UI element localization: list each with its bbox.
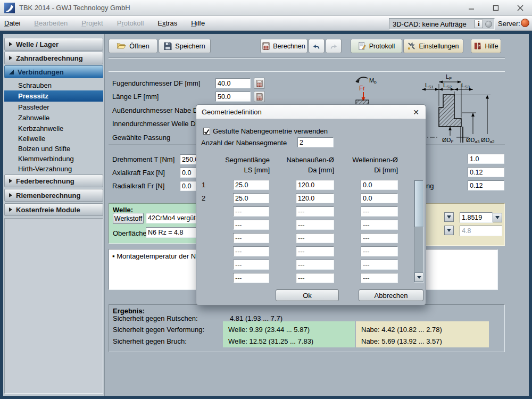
redo-button[interactable] — [326, 39, 342, 53]
menu-datei[interactable]: Datei — [4, 19, 20, 27]
sidebar-header-zahnradberechnung[interactable]: Zahnradberechnung — [4, 52, 103, 64]
segment-da-input[interactable] — [296, 180, 334, 190]
svg-text:?: ? — [478, 44, 481, 48]
segment-ls-input — [233, 273, 269, 283]
sidebar-item-klemmverbindung[interactable]: Klemmverbindung — [4, 153, 103, 164]
da2-label: ØDa2 — [481, 137, 495, 144]
ok-button[interactable]: Ok — [276, 289, 339, 301]
sidebar-header-welle-lager[interactable]: Welle / Lager — [4, 38, 103, 51]
segment-ls-input[interactable] — [233, 193, 269, 203]
undo-button[interactable] — [309, 39, 325, 53]
segment-da-input — [296, 206, 334, 217]
menu-extras[interactable]: Extras — [157, 19, 177, 27]
da3-label: ØDa3 — [466, 137, 480, 144]
nabe-tolerance-combo-arrow[interactable] — [493, 213, 502, 222]
df-label: ØDF — [442, 137, 454, 144]
scrollbar-down-button[interactable] — [414, 272, 423, 282]
sidebar-item-zahnwelle[interactable]: Zahnwelle — [4, 112, 103, 123]
segment-da-input — [296, 246, 334, 256]
sidebar-item-bolzen-stifte[interactable]: Bolzen und Stifte — [4, 143, 103, 154]
sidebar-item-schrauben[interactable]: Schrauben — [4, 80, 103, 91]
sidebar-item-passfeder[interactable]: Passfeder — [4, 102, 103, 113]
nabe-surface-input[interactable] — [460, 226, 502, 236]
sidebar-header-federberechnung[interactable]: Federberechnung — [4, 174, 103, 187]
field-label-fugendurchmesser: Fugendurchmesser DF [mm] — [112, 79, 200, 87]
help-button[interactable]: ? Hilfe — [471, 39, 501, 53]
result-value-bruch-nabe: Nabe: 5.69 (13.92 ... 3.57) — [361, 337, 442, 345]
sidebar-header-kostenfreie-module[interactable]: Kostenfreie Module — [4, 203, 103, 216]
segment-di-input[interactable] — [361, 193, 398, 203]
result-label-rutschen: Sicherheit gegen Rutschen: — [113, 314, 198, 322]
dialog-close-icon[interactable]: ✕ — [411, 107, 421, 117]
fr-label: Fr — [359, 85, 365, 92]
server-label: Server: — [498, 20, 520, 28]
field-label-drehmoment: Drehmoment T [Nm] — [112, 155, 174, 163]
segment-di-input[interactable] — [361, 180, 398, 190]
calculator-icon — [262, 42, 270, 50]
check-icon — [204, 129, 210, 135]
result-value-rutschen: 4.81 (1.93 ... 7.7) — [230, 314, 282, 322]
protocol-button[interactable]: Protokoll — [351, 39, 402, 53]
menu-hilfe[interactable]: Hilfe — [191, 19, 205, 27]
nabe-combo-arrow-button[interactable] — [444, 212, 454, 222]
factor-input-3[interactable] — [468, 180, 504, 190]
sidebar-item-presssitz[interactable]: Presssitz — [4, 90, 103, 102]
open-button[interactable]: Öffnen — [109, 39, 157, 53]
minimize-button[interactable] — [464, 2, 479, 14]
scrollbar-thumb[interactable] — [414, 180, 423, 227]
result-label-bruch: Sicherheit gegen Bruch: — [113, 337, 187, 345]
segment-ls-input — [233, 220, 269, 230]
app-logo-icon — [4, 3, 15, 13]
maximize-button[interactable] — [488, 2, 503, 14]
menu-projekt: Projekt — [81, 19, 103, 27]
nabe-combo-arrow-button[interactable] — [444, 226, 454, 235]
segment-ls-input[interactable] — [233, 180, 269, 190]
segment-da-input — [296, 233, 334, 243]
document-icon — [358, 42, 366, 50]
segment-di-input — [361, 246, 398, 256]
chevron-right-icon — [9, 179, 12, 183]
nabe-tolerance-combo[interactable] — [460, 212, 493, 223]
sidebar-item-keilwelle[interactable]: Keilwelle — [4, 133, 103, 144]
sidebar-item-hirth-verzahnung[interactable]: Hirth-Verzahnung — [4, 163, 103, 174]
segment-ls-input — [233, 233, 269, 243]
close-button[interactable] — [513, 2, 528, 14]
floppy-disk-icon — [164, 42, 172, 50]
ls1-label: LS1 — [425, 82, 434, 89]
sidebar-item-kerbzahnwelle[interactable]: Kerbzahnwelle — [4, 123, 103, 134]
field-label-radialkraft: Radialkraft Fr [N] — [112, 182, 164, 190]
calculator-popup-button[interactable] — [254, 91, 265, 102]
fugendurchmesser-input[interactable] — [215, 78, 251, 88]
werkstoff-button[interactable]: Werkstoff — [113, 213, 144, 224]
settings-button[interactable]: Einstellungen — [403, 39, 463, 53]
ls2-label: LS2 — [443, 82, 452, 89]
ls3-label: LS3 — [461, 82, 470, 89]
segment-di-input — [361, 206, 398, 217]
clipped-label-fragment: ng — [426, 182, 434, 190]
segment-da-input — [296, 220, 334, 230]
geometriedefinition-dialog: Geometriedefinition ✕ Gestufte Nabengeom… — [196, 104, 426, 305]
undo-icon — [312, 43, 321, 50]
column-subheader-da: Da [mm] — [270, 166, 334, 174]
menu-protokoll: Protokoll — [117, 19, 144, 27]
dialog-title-bar[interactable]: Geometriedefinition ✕ — [196, 105, 426, 119]
segment-da-input[interactable] — [296, 193, 334, 203]
calculate-button[interactable]: Berechnen — [260, 39, 307, 53]
field-label-laenge: Länge LF [mm] — [112, 93, 159, 101]
gestufte-nabengeometrie-checkbox[interactable] — [203, 128, 210, 135]
save-button[interactable]: Speichern — [159, 39, 211, 53]
segments-input[interactable] — [297, 137, 334, 147]
calculator-icon — [256, 80, 263, 87]
sidebar-empty-panel — [4, 218, 103, 394]
sidebar-header-riemenberechnung[interactable]: Riemenberechnung — [4, 189, 103, 202]
sidebar-header-verbindungen[interactable]: Verbindungen — [4, 65, 103, 78]
cad-info-button[interactable]: i — [475, 20, 483, 28]
oberflaeche-label: Oberfläche — [113, 229, 147, 237]
calculator-popup-button[interactable] — [254, 78, 265, 89]
factor-input-2[interactable] — [468, 167, 504, 177]
dialog-scrollbar[interactable] — [414, 180, 424, 282]
cancel-button[interactable]: Abbrechen — [359, 289, 423, 301]
segment-di-input — [361, 260, 398, 270]
laenge-input[interactable] — [215, 92, 251, 102]
hub-geometry-diagram: LF LS1 LS2 LS3 ØDF ØDa3 ØDa2 — [421, 68, 509, 160]
